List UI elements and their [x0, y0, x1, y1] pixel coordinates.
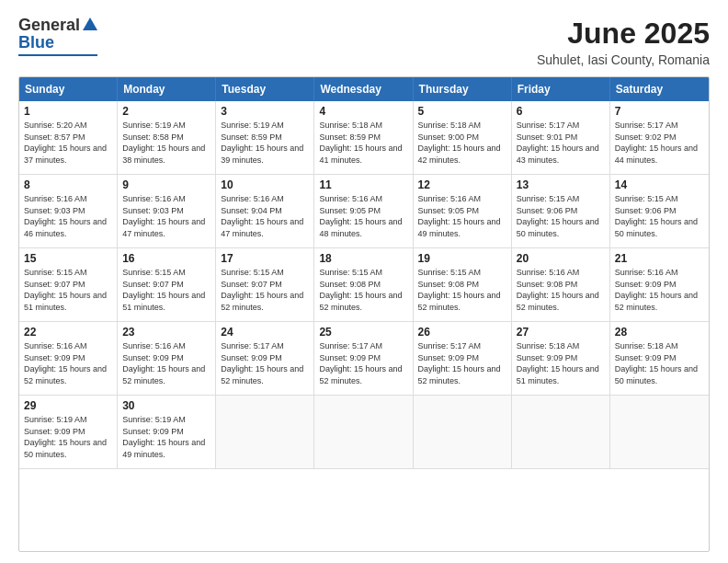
day-info: Sunrise: 5:16 AMSunset: 9:03 PMDaylight:… [24, 193, 112, 239]
table-row: 14 Sunrise: 5:15 AMSunset: 9:06 PMDaylig… [610, 175, 709, 248]
table-row: 9 Sunrise: 5:16 AMSunset: 9:03 PMDayligh… [118, 175, 216, 248]
logo-general: General [18, 17, 80, 33]
day-info: Sunrise: 5:16 AMSunset: 9:05 PMDaylight:… [319, 193, 407, 239]
table-row: 11 Sunrise: 5:16 AMSunset: 9:05 PMDaylig… [314, 175, 413, 248]
day-info: Sunrise: 5:16 AMSunset: 9:09 PMDaylight:… [24, 340, 112, 386]
day-number: 9 [122, 178, 210, 191]
table-row: 4 Sunrise: 5:18 AMSunset: 8:59 PMDayligh… [314, 101, 413, 175]
day-number: 2 [122, 105, 210, 118]
logo: General Blue [18, 17, 97, 56]
day-info: Sunrise: 5:15 AMSunset: 9:08 PMDaylight:… [319, 267, 407, 313]
day-number: 8 [24, 178, 112, 191]
calendar-header: Sunday Monday Tuesday Wednesday Thursday… [19, 77, 709, 101]
day-info: Sunrise: 5:19 AMSunset: 9:09 PMDaylight:… [122, 414, 210, 460]
day-number: 17 [221, 252, 309, 265]
day-number: 24 [221, 326, 309, 339]
day-info: Sunrise: 5:15 AMSunset: 9:06 PMDaylight:… [517, 193, 605, 239]
day-number: 25 [319, 326, 407, 339]
day-number: 1 [24, 105, 112, 118]
day-info: Sunrise: 5:16 AMSunset: 9:05 PMDaylight:… [418, 193, 506, 239]
table-row: 3 Sunrise: 5:19 AMSunset: 8:59 PMDayligh… [216, 101, 314, 175]
day-info: Sunrise: 5:15 AMSunset: 9:07 PMDaylight:… [221, 267, 309, 313]
day-number: 29 [24, 399, 112, 412]
day-info: Sunrise: 5:18 AMSunset: 9:00 PMDaylight:… [418, 120, 506, 166]
weekday-sunday: Sunday [19, 77, 118, 101]
table-row: 30 Sunrise: 5:19 AMSunset: 9:09 PMDaylig… [118, 396, 216, 469]
table-row: 24 Sunrise: 5:17 AMSunset: 9:09 PMDaylig… [216, 322, 314, 396]
day-number: 5 [418, 105, 506, 118]
day-number: 3 [221, 105, 309, 118]
table-row: 15 Sunrise: 5:15 AMSunset: 9:07 PMDaylig… [19, 248, 118, 322]
table-row: 18 Sunrise: 5:15 AMSunset: 9:08 PMDaylig… [314, 248, 413, 322]
day-info: Sunrise: 5:15 AMSunset: 9:07 PMDaylight:… [24, 267, 112, 313]
title-month: June 2025 [537, 17, 710, 51]
day-number: 15 [24, 252, 112, 265]
day-info: Sunrise: 5:16 AMSunset: 9:09 PMDaylight:… [122, 340, 210, 386]
table-row [314, 396, 413, 469]
table-row: 25 Sunrise: 5:17 AMSunset: 9:09 PMDaylig… [314, 322, 413, 396]
day-number: 10 [221, 178, 309, 191]
logo-triangle-icon [83, 17, 97, 30]
table-row [610, 396, 709, 469]
header: General Blue June 2025 Suhulet, Iasi Cou… [18, 17, 710, 67]
table-row: 1 Sunrise: 5:20 AMSunset: 8:57 PMDayligh… [19, 101, 118, 175]
day-info: Sunrise: 5:16 AMSunset: 9:04 PMDaylight:… [221, 193, 309, 239]
day-number: 23 [122, 326, 210, 339]
table-row: 23 Sunrise: 5:16 AMSunset: 9:09 PMDaylig… [118, 322, 216, 396]
table-row [414, 396, 512, 469]
logo-underline [18, 54, 97, 56]
day-number: 7 [615, 105, 704, 118]
day-number: 19 [418, 252, 506, 265]
table-row: 17 Sunrise: 5:15 AMSunset: 9:07 PMDaylig… [216, 248, 314, 322]
day-info: Sunrise: 5:15 AMSunset: 9:06 PMDaylight:… [615, 193, 704, 239]
calendar-grid: 1 Sunrise: 5:20 AMSunset: 8:57 PMDayligh… [19, 101, 709, 469]
day-info: Sunrise: 5:18 AMSunset: 8:59 PMDaylight:… [319, 120, 407, 166]
page: General Blue June 2025 Suhulet, Iasi Cou… [0, 0, 728, 563]
weekday-monday: Monday [118, 77, 216, 101]
day-number: 14 [615, 178, 704, 191]
day-info: Sunrise: 5:17 AMSunset: 9:01 PMDaylight:… [517, 120, 605, 166]
table-row: 2 Sunrise: 5:19 AMSunset: 8:58 PMDayligh… [118, 101, 216, 175]
table-row: 8 Sunrise: 5:16 AMSunset: 9:03 PMDayligh… [19, 175, 118, 248]
day-info: Sunrise: 5:19 AMSunset: 9:09 PMDaylight:… [24, 414, 112, 460]
day-info: Sunrise: 5:16 AMSunset: 9:08 PMDaylight:… [517, 267, 605, 313]
table-row: 27 Sunrise: 5:18 AMSunset: 9:09 PMDaylig… [512, 322, 610, 396]
table-row: 16 Sunrise: 5:15 AMSunset: 9:07 PMDaylig… [118, 248, 216, 322]
day-info: Sunrise: 5:15 AMSunset: 9:08 PMDaylight:… [418, 267, 506, 313]
day-info: Sunrise: 5:19 AMSunset: 8:58 PMDaylight:… [122, 120, 210, 166]
day-number: 12 [418, 178, 506, 191]
day-info: Sunrise: 5:17 AMSunset: 9:02 PMDaylight:… [615, 120, 704, 166]
weekday-tuesday: Tuesday [216, 77, 314, 101]
day-number: 22 [24, 326, 112, 339]
day-info: Sunrise: 5:20 AMSunset: 8:57 PMDaylight:… [24, 120, 112, 166]
table-row: 6 Sunrise: 5:17 AMSunset: 9:01 PMDayligh… [512, 101, 610, 175]
day-info: Sunrise: 5:16 AMSunset: 9:09 PMDaylight:… [615, 267, 704, 313]
weekday-friday: Friday [512, 77, 610, 101]
logo-blue: Blue [18, 33, 54, 52]
table-row: 28 Sunrise: 5:18 AMSunset: 9:09 PMDaylig… [610, 322, 709, 396]
day-number: 6 [517, 105, 605, 118]
day-info: Sunrise: 5:17 AMSunset: 9:09 PMDaylight:… [221, 340, 309, 386]
day-info: Sunrise: 5:15 AMSunset: 9:07 PMDaylight:… [122, 267, 210, 313]
table-row: 19 Sunrise: 5:15 AMSunset: 9:08 PMDaylig… [414, 248, 512, 322]
table-row: 10 Sunrise: 5:16 AMSunset: 9:04 PMDaylig… [216, 175, 314, 248]
day-number: 18 [319, 252, 407, 265]
table-row: 13 Sunrise: 5:15 AMSunset: 9:06 PMDaylig… [512, 175, 610, 248]
day-number: 30 [122, 399, 210, 412]
title-location: Suhulet, Iasi County, Romania [537, 52, 710, 67]
day-number: 26 [418, 326, 506, 339]
weekday-saturday: Saturday [610, 77, 709, 101]
calendar: Sunday Monday Tuesday Wednesday Thursday… [18, 76, 710, 552]
day-number: 13 [517, 178, 605, 191]
day-number: 27 [517, 326, 605, 339]
table-row: 21 Sunrise: 5:16 AMSunset: 9:09 PMDaylig… [610, 248, 709, 322]
day-number: 28 [615, 326, 704, 339]
table-row [512, 396, 610, 469]
day-number: 20 [517, 252, 605, 265]
table-row: 22 Sunrise: 5:16 AMSunset: 9:09 PMDaylig… [19, 322, 118, 396]
day-number: 4 [319, 105, 407, 118]
day-number: 11 [319, 178, 407, 191]
table-row [216, 396, 314, 469]
day-info: Sunrise: 5:19 AMSunset: 8:59 PMDaylight:… [221, 120, 309, 166]
table-row: 29 Sunrise: 5:19 AMSunset: 9:09 PMDaylig… [19, 396, 118, 469]
